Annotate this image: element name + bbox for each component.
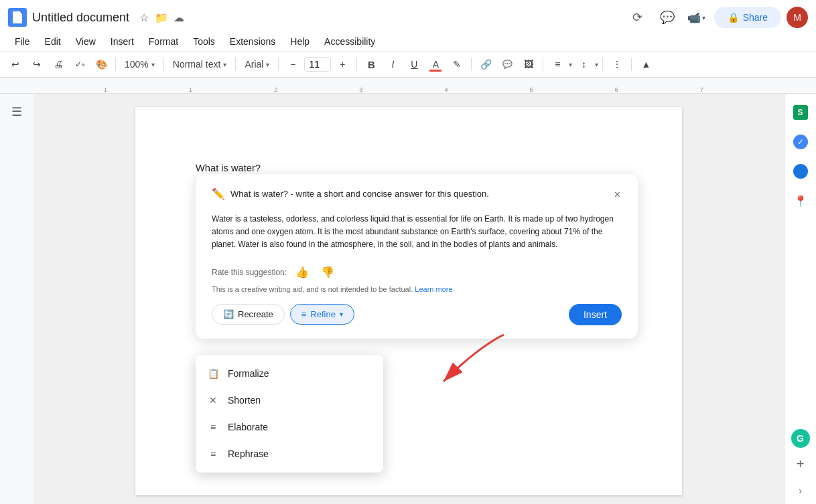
line-spacing-button[interactable]: ↕ xyxy=(573,54,594,74)
add-panel-button[interactable]: + xyxy=(790,453,811,475)
elaborate-icon: ≡ xyxy=(206,420,220,434)
font-family-dropdown[interactable]: Arial ▾ xyxy=(240,57,274,72)
comment-insert-button[interactable]: 💬 xyxy=(497,54,517,74)
text-color-button[interactable]: A xyxy=(425,54,446,74)
toolbar-separator-6 xyxy=(471,58,472,71)
toolbar-separator-1 xyxy=(115,58,116,71)
more-options-button[interactable]: ⋮ xyxy=(607,54,627,74)
redo-button[interactable]: ↪ xyxy=(27,54,47,74)
red-arrow-annotation xyxy=(383,328,517,411)
zoom-arrow-icon: ▾ xyxy=(151,61,155,68)
share-button[interactable]: 🔒 Share xyxy=(714,7,781,28)
insert-button[interactable]: Insert xyxy=(569,304,622,325)
refine-arrow-icon: ▾ xyxy=(340,311,343,318)
disclaimer-text: This is a creative writing aid, and is n… xyxy=(212,285,622,293)
font-size-input[interactable]: 11 xyxy=(304,57,331,72)
menu-file[interactable]: File xyxy=(8,33,37,50)
menu-accessibility[interactable]: Accessibility xyxy=(318,33,382,50)
grammarly-icon[interactable]: G xyxy=(791,429,810,448)
workspace-icon-1[interactable]: S xyxy=(790,102,811,123)
toolbar-separator-4 xyxy=(278,58,279,71)
menu-edit[interactable]: Edit xyxy=(38,33,68,50)
formalize-icon: 📋 xyxy=(206,367,220,380)
refine-icon: ≡ xyxy=(301,309,307,319)
menu-format[interactable]: Format xyxy=(142,33,185,50)
recreate-icon: 🔄 xyxy=(223,309,234,319)
zoom-dropdown[interactable]: 100% ▾ xyxy=(120,57,159,72)
image-button[interactable]: 🖼 xyxy=(519,54,539,74)
shorten-option[interactable]: ✕ Shorten xyxy=(196,387,383,414)
toolbar-separator-5 xyxy=(356,58,357,71)
spell-check-button[interactable]: ✓a xyxy=(70,54,90,74)
rephrase-option[interactable]: ≡ Rephrase xyxy=(196,440,383,467)
recreate-button[interactable]: 🔄 Recreate xyxy=(212,304,285,325)
ai-suggestion-popup: ✏️ What is water? - write a short and co… xyxy=(196,174,638,339)
docs-app-icon xyxy=(8,8,27,27)
ai-icon: ✏️ xyxy=(212,187,225,200)
learn-more-link[interactable]: Learn more xyxy=(415,285,452,293)
shorten-icon: ✕ xyxy=(206,394,220,407)
menu-insert[interactable]: Insert xyxy=(104,33,141,50)
user-avatar[interactable]: M xyxy=(787,7,808,28)
workspace-icon-2[interactable]: ✓ xyxy=(790,131,811,153)
paragraph-style-dropdown[interactable]: Normal text ▾ xyxy=(168,57,232,72)
popup-body: Water is a tasteless, odorless, and colo… xyxy=(212,213,622,252)
paragraph-style-arrow-icon: ▾ xyxy=(223,61,226,68)
lock-icon: 🔒 xyxy=(728,12,739,23)
workspace-icon-4[interactable]: 📍 xyxy=(790,190,811,212)
alignment-button[interactable]: ≡ xyxy=(547,54,567,74)
expand-toolbar-button[interactable]: ▲ xyxy=(636,54,656,74)
meet-button[interactable]: 📹▾ xyxy=(685,5,709,29)
folder-icon[interactable]: 📁 xyxy=(155,11,168,24)
undo-button[interactable]: ↩ xyxy=(5,54,25,74)
toolbar-separator-8 xyxy=(602,58,603,71)
history-button[interactable]: ⟳ xyxy=(626,5,650,29)
underline-button[interactable]: U xyxy=(404,54,424,74)
paint-format-button[interactable]: 🎨 xyxy=(91,54,111,74)
toolbar-separator-7 xyxy=(543,58,543,71)
font-size-increase-button[interactable]: + xyxy=(332,54,352,74)
workspace-icon-3[interactable]: 👤 xyxy=(790,161,811,182)
toolbar-separator-9 xyxy=(631,58,632,71)
thumbs-up-button[interactable]: 👍 xyxy=(292,262,312,282)
menu-view[interactable]: View xyxy=(69,33,103,50)
document-title[interactable]: Untitled document xyxy=(32,11,129,25)
toolbar-separator-2 xyxy=(163,58,164,71)
highlight-color-button[interactable]: ✎ xyxy=(447,54,467,74)
refine-button[interactable]: ≡ Refine ▾ xyxy=(290,304,354,325)
document-text[interactable]: What is water? xyxy=(196,161,622,175)
menu-help[interactable]: Help xyxy=(283,33,316,50)
popup-title: What is water? - write a short and conci… xyxy=(230,189,489,199)
rephrase-icon: ≡ xyxy=(206,447,220,460)
cloud-icon[interactable]: ☁ xyxy=(172,11,186,24)
toolbar-separator-3 xyxy=(235,58,236,71)
link-button[interactable]: 🔗 xyxy=(476,54,496,74)
italic-button[interactable]: I xyxy=(383,54,403,74)
close-popup-button[interactable]: × xyxy=(613,187,622,202)
refine-dropdown: 📋 Formalize ✕ Shorten ≡ Elaborate ≡ Reph… xyxy=(196,355,383,473)
bold-button[interactable]: B xyxy=(361,54,381,74)
ruler: 1 1 2 3 4 5 6 7 xyxy=(0,78,816,94)
comment-button[interactable]: 💬 xyxy=(655,5,679,29)
font-family-arrow-icon: ▾ xyxy=(266,61,269,68)
thumbs-down-button[interactable]: 👎 xyxy=(318,262,338,282)
outline-icon[interactable]: ☰ xyxy=(11,104,22,119)
font-size-decrease-button[interactable]: − xyxy=(283,54,303,74)
elaborate-option[interactable]: ≡ Elaborate xyxy=(196,414,383,440)
menu-extensions[interactable]: Extensions xyxy=(223,33,282,50)
print-button[interactable]: 🖨 xyxy=(48,54,68,74)
rating-label: Rate this suggestion: xyxy=(212,268,287,277)
collapse-panel-button[interactable]: › xyxy=(790,480,811,501)
menu-tools[interactable]: Tools xyxy=(186,33,222,50)
formalize-option[interactable]: 📋 Formalize xyxy=(196,360,383,387)
star-icon[interactable]: ☆ xyxy=(137,11,151,24)
